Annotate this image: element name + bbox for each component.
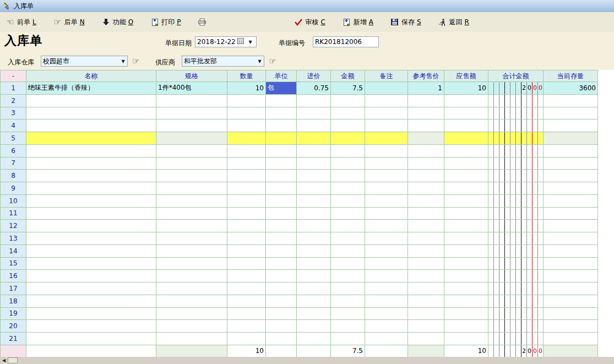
grid-cell[interactable] — [26, 270, 156, 282]
grid-cell[interactable] — [156, 170, 227, 182]
grid-cell[interactable] — [408, 144, 444, 157]
grid-cell[interactable] — [408, 295, 444, 307]
functions-button[interactable]: 功能O — [99, 16, 135, 29]
grid-cell[interactable] — [488, 333, 544, 345]
grid-cell[interactable]: 10 — [227, 82, 266, 95]
grid-cell[interactable] — [365, 157, 408, 170]
grid-cell[interactable]: 1件*400包 — [156, 82, 227, 95]
grid-cell[interactable] — [26, 295, 156, 307]
grid-cell[interactable] — [26, 94, 156, 107]
grid-cell[interactable] — [227, 295, 266, 307]
grid-cell[interactable] — [297, 257, 331, 270]
grid-cell[interactable] — [408, 232, 444, 245]
grid-cell[interactable] — [444, 157, 488, 170]
grid-cell[interactable] — [227, 282, 266, 295]
grid-cell[interactable] — [227, 182, 266, 195]
grid-cell[interactable] — [297, 295, 331, 307]
docno-input[interactable] — [313, 36, 379, 47]
grid-cell[interactable] — [365, 194, 408, 207]
grid-cell[interactable] — [544, 307, 598, 320]
grid-cell[interactable] — [227, 119, 266, 132]
grid-cell[interactable] — [488, 295, 544, 307]
grid-cell[interactable] — [488, 307, 544, 320]
grid-cell[interactable] — [266, 182, 297, 195]
grid-cell[interactable] — [26, 144, 156, 157]
grid-cell[interactable] — [297, 207, 331, 220]
grid-cell[interactable] — [544, 295, 598, 307]
grid-cell[interactable] — [544, 182, 598, 195]
grid-cell[interactable]: 2000 — [488, 345, 544, 357]
grid-cell[interactable] — [26, 132, 156, 145]
grid-cell[interactable] — [544, 94, 598, 107]
grid-cell[interactable] — [408, 182, 444, 195]
grid-cell[interactable] — [297, 282, 331, 295]
grid-cell[interactable] — [544, 220, 598, 232]
grid-cell[interactable] — [544, 132, 598, 145]
grid-cell[interactable] — [444, 207, 488, 220]
grid-cell[interactable] — [331, 295, 365, 307]
grid-cell[interactable] — [365, 107, 408, 119]
grid-cell[interactable] — [444, 282, 488, 295]
grid-cell[interactable] — [331, 232, 365, 245]
grid-cell[interactable] — [266, 245, 297, 257]
grid-cell[interactable] — [488, 107, 544, 119]
grid-cell[interactable] — [488, 144, 544, 157]
grid-cell[interactable] — [544, 245, 598, 257]
grid-cell[interactable] — [297, 194, 331, 207]
grid-cell[interactable] — [331, 220, 365, 232]
grid-cell[interactable] — [156, 245, 227, 257]
supplier-combobox[interactable]: 和平批发部 ▼ — [182, 56, 264, 67]
printer-quick-button[interactable] — [195, 16, 209, 28]
grid-cell[interactable] — [408, 132, 444, 145]
grid-cell[interactable]: 7.5 — [331, 345, 365, 357]
grid-cell[interactable] — [156, 132, 227, 145]
grid-cell[interactable] — [266, 207, 297, 220]
grid-cell[interactable] — [227, 333, 266, 345]
grid-cell[interactable] — [266, 170, 297, 182]
grid-cell[interactable] — [266, 144, 297, 157]
grid-cell[interactable] — [488, 270, 544, 282]
date-input[interactable]: 2018-12-22 ▼ — [195, 36, 257, 47]
grid-cell[interactable] — [156, 270, 227, 282]
grid-cell[interactable] — [488, 232, 544, 245]
grid-cell[interactable] — [156, 232, 227, 245]
grid-cell[interactable] — [331, 270, 365, 282]
grid-cell[interactable] — [331, 132, 365, 145]
grid-cell[interactable] — [26, 220, 156, 232]
grid-cell[interactable]: 10 — [227, 345, 266, 357]
grid-cell[interactable] — [266, 295, 297, 307]
grid-cell[interactable] — [26, 245, 156, 257]
grid-cell[interactable] — [156, 94, 227, 107]
grid-cell[interactable] — [444, 270, 488, 282]
next-order-button[interactable]: ☞ 后单N — [51, 16, 87, 29]
grid-cell[interactable] — [26, 170, 156, 182]
grid-cell[interactable] — [156, 320, 227, 333]
grid-cell[interactable] — [331, 157, 365, 170]
chevron-down-icon[interactable]: ▼ — [119, 59, 127, 64]
grid-cell[interactable] — [488, 94, 544, 107]
grid-cell[interactable] — [227, 144, 266, 157]
grid-cell[interactable] — [444, 119, 488, 132]
grid-cell[interactable] — [331, 307, 365, 320]
grid-cell[interactable] — [408, 333, 444, 345]
grid-cell[interactable] — [227, 170, 266, 182]
grid-cell[interactable] — [444, 320, 488, 333]
grid-cell[interactable] — [331, 320, 365, 333]
grid-cell[interactable] — [444, 107, 488, 119]
grid-cell[interactable] — [331, 245, 365, 257]
grid-cell[interactable] — [297, 170, 331, 182]
grid-cell[interactable] — [266, 320, 297, 333]
grid-cell[interactable] — [331, 107, 365, 119]
grid-cell[interactable] — [408, 257, 444, 270]
scroll-left-arrow-icon[interactable]: ◀ — [0, 357, 8, 364]
grid-cell[interactable] — [365, 270, 408, 282]
grid-cell[interactable] — [26, 107, 156, 119]
grid-cell[interactable] — [227, 270, 266, 282]
grid-cell[interactable] — [26, 345, 156, 357]
grid-cell[interactable] — [297, 119, 331, 132]
warehouse-combobox[interactable]: 校园超市 ▼ — [41, 56, 128, 67]
grid-cell[interactable] — [408, 270, 444, 282]
supplier-picker-hand-icon[interactable]: ☞ — [269, 56, 276, 66]
grid-cell[interactable] — [297, 320, 331, 333]
grid-cell[interactable] — [544, 282, 598, 295]
